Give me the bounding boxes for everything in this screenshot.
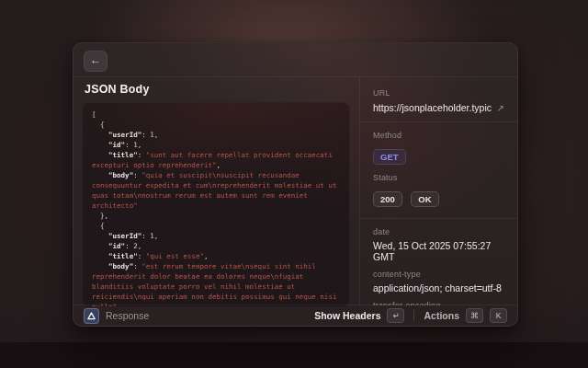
back-button[interactable]: ←: [84, 51, 107, 72]
external-link-icon[interactable]: ↗: [497, 103, 504, 113]
k-key-badge: K: [490, 308, 507, 323]
response-window: ← JSON Body [ { "userId": 1, "id": 1, "t…: [73, 42, 518, 327]
status-text-badge: OK: [411, 191, 438, 207]
enter-key-badge: ↵: [387, 308, 404, 323]
app-logo-icon: [84, 308, 99, 324]
header-row-content-type: content-type application/json; charset=u…: [373, 270, 504, 293]
background-bottom-band: [0, 342, 588, 368]
section-divider: [360, 218, 517, 219]
json-code: [ { "userId": 1, "id": 1, "title": "sunt…: [83, 103, 349, 307]
method-badge: GET: [373, 149, 406, 165]
header-value: Wed, 15 Oct 2025 07:55:27 GMT: [373, 240, 504, 262]
request-details-panel: URL https://jsonplaceholder.typicod... ↗…: [360, 77, 517, 305]
response-label: Response: [106, 310, 149, 321]
command-bar: Response Show Headers ↵ Actions ⌘ K: [74, 305, 517, 326]
command-key-badge: ⌘: [466, 308, 483, 323]
desktop: ← JSON Body [ { "userId": 1, "id": 1, "t…: [0, 0, 588, 368]
json-body-panel[interactable]: [ { "userId": 1, "id": 1, "title": "sunt…: [82, 102, 350, 307]
actions-button[interactable]: Actions: [424, 310, 459, 321]
url-label: URL: [373, 88, 504, 98]
status-label: Status: [373, 173, 504, 182]
section-divider: [360, 121, 517, 122]
window-topbar: ←: [74, 43, 517, 77]
header-value: application/json; charset=utf-8: [373, 282, 504, 293]
show-headers-button[interactable]: Show Headers: [314, 310, 380, 321]
header-name: date: [373, 227, 504, 236]
header-name: content-type: [373, 270, 504, 279]
status-section: Status 200 OK: [373, 173, 504, 207]
url-section: URL https://jsonplaceholder.typicod... ↗: [373, 88, 504, 113]
url-value[interactable]: https://jsonplaceholder.typicod...: [373, 102, 492, 113]
method-label: Method: [373, 131, 504, 140]
back-arrow-icon: ←: [90, 53, 101, 66]
page-title: JSON Body: [85, 83, 150, 96]
method-section: Method GET: [373, 131, 504, 165]
header-row-date: date Wed, 15 Oct 2025 07:55:27 GMT: [373, 227, 504, 262]
triangle-logo-icon: [87, 312, 96, 320]
status-code-badge: 200: [373, 191, 402, 207]
footer-divider: [413, 310, 414, 321]
